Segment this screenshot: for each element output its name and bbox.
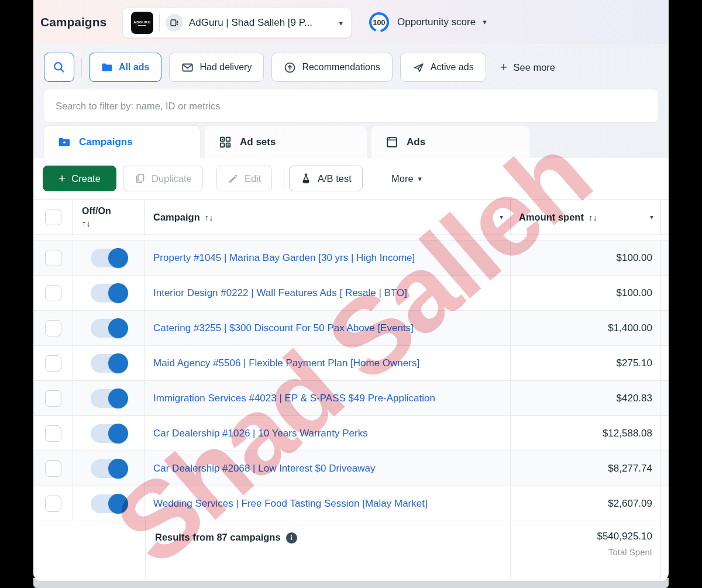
chevron-down-icon[interactable]: ▾ <box>650 213 653 221</box>
actions-toolbar: + Create Duplicate Edit A/B test Mor <box>33 158 669 199</box>
account-avatar: ADGURU <box>131 12 153 34</box>
ab-test-button-label: A/B test <box>318 173 352 184</box>
level-tabs: Campaigns Ad sets Ads <box>33 126 669 158</box>
create-button[interactable]: + Create <box>43 166 116 191</box>
campaign-link[interactable]: Property #1045 | Marina Bay Garden [30 y… <box>153 252 415 264</box>
tab-ad-sets-label: Ad sets <box>240 136 276 148</box>
account-avatar-text: ADGURU <box>133 20 150 24</box>
divider <box>81 58 82 77</box>
table-header: Off/On ↑↓ Campaign ↑↓ ▾ Amount spent <box>33 199 669 235</box>
tab-campaigns-label: Campaigns <box>79 136 133 148</box>
tab-ad-sets[interactable]: Ad sets <box>205 126 367 158</box>
toggle-knob <box>108 318 128 338</box>
chevron-down-icon: ▾ <box>483 18 487 26</box>
campaigns-folder-icon <box>58 136 71 149</box>
toggle-knob <box>108 388 128 408</box>
filter-section: All ads Had delivery Recommendations Act… <box>33 44 669 158</box>
amount-spent-header-label: Amount spent <box>519 212 584 223</box>
envelope-icon <box>181 61 194 74</box>
table-row: Immigration Services #4023 | EP & S-PASS… <box>33 381 669 416</box>
row-checkbox[interactable] <box>45 390 61 407</box>
amount-spent-value: $1,400.00 <box>608 322 652 334</box>
screen-background: Campaigns ADGURU AdGuru | Shad Salleh [9… <box>0 0 702 588</box>
duplicate-button[interactable]: Duplicate <box>123 166 203 191</box>
campaign-on-toggle[interactable] <box>91 494 127 513</box>
more-button-label: More <box>391 173 414 184</box>
filter-recommendations[interactable]: Recommendations <box>271 53 392 82</box>
select-all-checkbox[interactable] <box>45 209 61 225</box>
row-checkbox[interactable] <box>45 460 61 477</box>
campaign-header-label: Campaign <box>153 212 200 223</box>
row-checkbox[interactable] <box>45 320 61 336</box>
chevron-down-icon[interactable]: ▾ <box>500 213 503 221</box>
tab-ads[interactable]: Ads <box>371 126 529 158</box>
scrolled-row-sliver <box>33 235 669 240</box>
filter-all-ads[interactable]: All ads <box>89 53 161 82</box>
amount-spent-value: $2,607.09 <box>608 498 652 510</box>
filter-had-delivery[interactable]: Had delivery <box>169 53 264 82</box>
page-title: Campaigns <box>40 0 106 44</box>
campaign-on-toggle[interactable] <box>91 354 127 373</box>
amount-spent-value: $100.00 <box>617 252 652 264</box>
ad-sets-grid-icon <box>219 136 232 149</box>
table-row: Car Dealership #1026 | 10 Years Warranty… <box>33 416 669 451</box>
column-campaign[interactable]: Campaign ↑↓ ▾ <box>145 200 511 235</box>
column-amount-spent[interactable]: Amount spent ↑↓ ▾ <box>511 200 661 235</box>
campaign-link[interactable]: Car Dealership #2068 | Low Interest $0 D… <box>153 463 376 474</box>
row-checkbox[interactable] <box>45 285 61 301</box>
campaign-on-toggle[interactable] <box>91 424 127 443</box>
arrow-up-circle-icon <box>284 61 296 74</box>
ab-test-button[interactable]: A/B test <box>289 166 363 191</box>
campaign-on-toggle[interactable] <box>91 284 127 302</box>
info-icon[interactable]: i <box>286 532 297 544</box>
campaign-link[interactable]: Maid Agency #5506 | Flexible Payment Pla… <box>153 357 419 369</box>
edit-button[interactable]: Edit <box>216 166 272 191</box>
campaigns-panel: + Create Duplicate Edit A/B test Mor <box>33 158 669 581</box>
account-selector[interactable]: ADGURU AdGuru | Shad Salleh [9 P... ▾ <box>122 8 352 38</box>
row-checkbox[interactable] <box>45 250 61 266</box>
amount-spent-value: $12,588.08 <box>603 428 652 439</box>
row-checkbox[interactable] <box>45 355 61 372</box>
flask-icon <box>300 173 312 184</box>
toggle-knob <box>108 283 128 303</box>
more-button[interactable]: More ▾ <box>386 166 428 191</box>
see-more-button[interactable]: + See more <box>500 60 555 75</box>
paper-plane-icon <box>412 61 425 74</box>
row-checkbox[interactable] <box>45 425 61 442</box>
campaign-link[interactable]: Catering #3255 | $300 Discount For 50 Pa… <box>153 322 414 334</box>
table-row: Interior Design #0222 | Wall Features Ad… <box>33 276 669 311</box>
campaign-on-toggle[interactable] <box>91 389 127 408</box>
campaign-on-toggle[interactable] <box>91 319 127 338</box>
tab-campaigns[interactable]: Campaigns <box>44 126 200 158</box>
search-bar <box>44 90 658 122</box>
duplicate-icon <box>134 173 146 184</box>
sort-icon: ↑↓ <box>82 218 91 228</box>
amount-spent-value: $420.83 <box>617 393 652 404</box>
sort-icon: ↑↓ <box>589 212 597 222</box>
opportunity-score[interactable]: 100 Opportunity score ▾ <box>368 0 487 44</box>
campaign-link[interactable]: Interior Design #0222 | Wall Features Ad… <box>153 287 407 299</box>
chevron-down-icon: ▾ <box>339 19 343 27</box>
opportunity-score-label: Opportunity score <box>397 16 476 28</box>
search-input[interactable] <box>44 90 658 122</box>
table-row: Wedding Services | Free Food Tasting Ses… <box>33 486 669 521</box>
campaign-link[interactable]: Immigration Services #4023 | EP & S-PASS… <box>153 393 435 404</box>
column-off-on[interactable]: Off/On ↑↓ <box>73 200 145 235</box>
table-row: Maid Agency #5506 | Flexible Payment Pla… <box>33 346 669 381</box>
filter-active-ads[interactable]: Active ads <box>400 53 486 82</box>
campaign-on-toggle[interactable] <box>91 459 127 478</box>
amount-spent-value: $100.00 <box>617 287 652 299</box>
account-name: AdGuru | Shad Salleh [9 P... <box>189 17 333 29</box>
row-checkbox[interactable] <box>45 496 61 512</box>
filter-all-ads-label: All ads <box>119 62 149 73</box>
search-filter-button[interactable] <box>44 53 74 82</box>
chevron-down-icon: ▾ <box>418 174 422 183</box>
campaigns-table: Off/On ↑↓ Campaign ↑↓ ▾ Amount spent <box>33 199 669 580</box>
sort-icon: ↑↓ <box>205 212 214 222</box>
divider <box>284 168 284 189</box>
campaign-on-toggle[interactable] <box>91 249 127 267</box>
table-row: Catering #3255 | $300 Discount For 50 Pa… <box>33 311 669 346</box>
edit-button-label: Edit <box>245 173 261 184</box>
campaign-link[interactable]: Car Dealership #1026 | 10 Years Warranty… <box>153 428 368 439</box>
campaign-link[interactable]: Wedding Services | Free Food Tasting Ses… <box>153 498 428 510</box>
